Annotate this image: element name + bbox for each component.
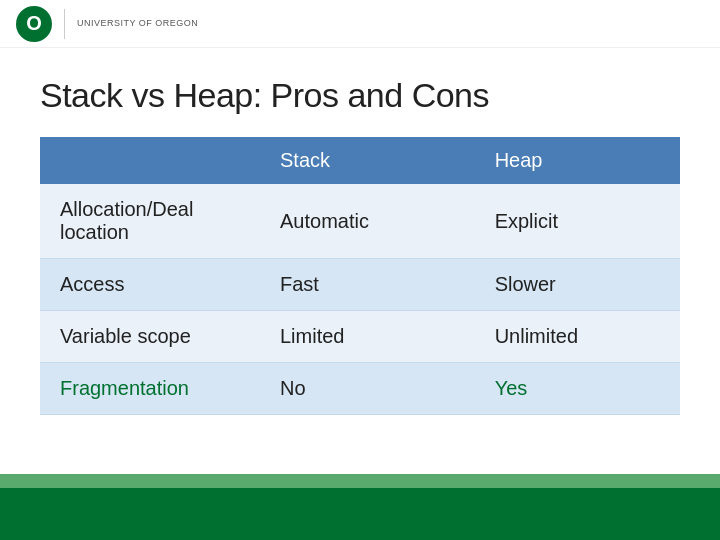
header-divider (64, 9, 65, 39)
cell-feature: Access (40, 259, 260, 311)
cell-heap-value: Yes (475, 363, 680, 415)
cell-heap-value: Unlimited (475, 311, 680, 363)
bottom-bar-light (0, 474, 720, 488)
cell-feature: Variable scope (40, 311, 260, 363)
col-header-heap: Heap (475, 137, 680, 184)
cell-stack-value: Limited (260, 311, 475, 363)
header-bar: O UNIVERSITY OF OREGON (0, 0, 720, 48)
cell-stack-value: Fast (260, 259, 475, 311)
cell-stack-value: No (260, 363, 475, 415)
university-logo: O (16, 6, 52, 42)
university-name: UNIVERSITY OF OREGON (77, 18, 198, 30)
cell-stack-value: Automatic (260, 184, 475, 259)
table-row: AccessFastSlower (40, 259, 680, 311)
logo-letter: O (26, 12, 42, 35)
table-row: Variable scopeLimitedUnlimited (40, 311, 680, 363)
col-header-stack: Stack (260, 137, 475, 184)
table-body: Allocation/DeallocationAutomaticExplicit… (40, 184, 680, 415)
cell-heap-value: Slower (475, 259, 680, 311)
cell-feature: Allocation/Deallocation (40, 184, 260, 259)
main-content: Stack vs Heap: Pros and Cons Stack Heap … (0, 48, 720, 415)
table-row: Allocation/DeallocationAutomaticExplicit (40, 184, 680, 259)
col-header-feature (40, 137, 260, 184)
cell-heap-value: Explicit (475, 184, 680, 259)
comparison-table: Stack Heap Allocation/DeallocationAutoma… (40, 137, 680, 415)
table-row: FragmentationNoYes (40, 363, 680, 415)
table-header-row: Stack Heap (40, 137, 680, 184)
cell-feature: Fragmentation (40, 363, 260, 415)
bottom-bar-dark (0, 488, 720, 540)
page-title: Stack vs Heap: Pros and Cons (40, 76, 680, 115)
